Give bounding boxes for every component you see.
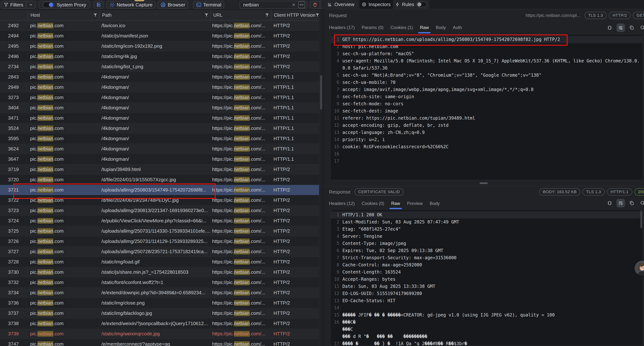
response-view-controls — [606, 199, 644, 207]
table-row[interactable]: 2492pic.netbian.com/favicon.icohttps://p… — [0, 20, 319, 31]
response-raw-view[interactable]: 1HTTP/1.1 200 OK2Last-Modified: Sun, 03 … — [330, 209, 643, 346]
table-row[interactable]: ML3647pic.netbian.com/4kdongman/https://… — [0, 154, 319, 164]
table-row[interactable]: ML3719pic.netbian.com/tupian/39489.htmlh… — [0, 164, 319, 175]
cell-path: /uploads/allimg/250731/114330-1753933410… — [99, 228, 210, 234]
search-box[interactable]: <> — [240, 1, 307, 9]
trash-button[interactable] — [310, 1, 320, 8]
tab-preview[interactable]: Preview — [407, 198, 423, 209]
splitter-handle[interactable] — [480, 182, 488, 184]
tab-rules[interactable]: Rules — [394, 0, 429, 9]
search-icon[interactable] — [638, 199, 644, 207]
table-row[interactable]: ML2949pic.netbian.com/4kdongman/https://… — [0, 82, 319, 92]
tab-raw[interactable]: Raw — [420, 22, 429, 33]
regex-icon[interactable]: <> — [298, 1, 305, 8]
table-row[interactable]: 3723pic.netbian.com/uploads/allimg/23081… — [0, 205, 319, 216]
tab-cookies-0-[interactable]: Cookies (0) — [362, 198, 384, 209]
table-row[interactable]: 3725pic.netbian.com/uploads/allimg/25073… — [0, 226, 319, 236]
line-number: 12 — [331, 290, 339, 297]
system-proxy-toggle[interactable] — [43, 2, 54, 8]
panel-splitter[interactable] — [323, 180, 644, 186]
wrap-lines-button[interactable] — [616, 199, 625, 207]
tab-inspectors[interactable]: Inspectors — [359, 0, 394, 9]
cell-url: https://pic.netbian.com/... — [210, 105, 271, 111]
tab-params-0-[interactable]: Params (0) — [362, 22, 384, 33]
system-proxy-control[interactable]: System Proxy — [39, 1, 90, 9]
table-row[interactable]: 3722pic.netbian.com/d/file/2024/06/19/23… — [0, 195, 319, 205]
table-row[interactable]: 3737pic.netbian.com/static/img/blacklogo… — [0, 308, 319, 319]
table-row[interactable]: ML2843pic.netbian.com/4kdongman/https://… — [0, 72, 319, 82]
tab-auth[interactable]: Auth — [453, 22, 462, 33]
tab-body[interactable]: Body — [436, 22, 446, 33]
hex-view-button[interactable] — [606, 23, 614, 32]
filter-funnel-icon[interactable] — [204, 13, 208, 17]
table-row[interactable]: ML3624pic.netbian.com/4kdongman/https://… — [0, 144, 319, 154]
table-row[interactable]: 2495pic.netbian.com/static/img/icon-192x… — [0, 41, 319, 51]
filters-main[interactable]: Filters — [1, 1, 26, 8]
tab-cookies-1-[interactable]: Cookies (1) — [390, 22, 413, 33]
table-row[interactable]: ML3404pic.netbian.com/4kdongman/https://… — [0, 103, 319, 113]
table-row[interactable]: S3730pic.netbian.com/static/js/share.min… — [0, 267, 319, 277]
panels-button[interactable] — [94, 1, 104, 9]
filter-funnel-icon[interactable] — [93, 13, 97, 17]
table-row[interactable]: 3736pic.netbian.com/static/img/close.png… — [0, 298, 319, 308]
tab-overview[interactable]: Overview — [323, 0, 359, 9]
capture-table[interactable]: 2492pic.netbian.com/favicon.icohttps://p… — [0, 20, 319, 346]
cell-path: /static/img/icon-192x192.png — [99, 43, 210, 49]
network-capture-button[interactable]: Network Capture — [106, 1, 156, 9]
table-row[interactable]: 3727pic.netbian.com/uploads/allimg/25072… — [0, 247, 319, 257]
rules-toggle[interactable] — [416, 1, 427, 7]
filters-button[interactable]: Filters — [1, 1, 36, 9]
scrollbar-thumb[interactable] — [320, 75, 322, 110]
column-header-path[interactable]: Path — [99, 10, 210, 20]
raw-line: 2host: pic.netbian.com — [331, 43, 642, 50]
table-row[interactable]: ML3471pic.netbian.com/4kdongman/https://… — [0, 113, 319, 123]
raw-line: 6sec-ch-ua-mobile: ?0 — [331, 79, 642, 86]
line-number: 2 — [331, 218, 339, 226]
request-raw-view[interactable]: 1GET https://pic.netbian.com/uploads/all… — [330, 34, 643, 180]
table-row[interactable]: 3721pic.netbian.com/uploads/allimg/25080… — [0, 185, 319, 195]
table-row[interactable]: ML3595pic.netbian.com/4kdongman/https://… — [0, 134, 319, 144]
terminal-button[interactable]: Terminal — [193, 1, 224, 9]
tab-body[interactable]: Body — [430, 198, 440, 209]
column-header-host[interactable]: Host — [28, 10, 99, 20]
tab-raw[interactable]: Raw — [391, 198, 400, 209]
cell-url: https://pic.netbian.com/... — [210, 136, 271, 142]
tab-headers-12-[interactable]: Headers (12) — [329, 198, 355, 209]
table-row[interactable]: 3720pic.netbian.com/d/file/2024/01/19/15… — [0, 175, 319, 185]
search-icon[interactable] — [638, 23, 644, 32]
response-scrollbar-thumb[interactable] — [640, 211, 642, 228]
column-header-client-http-version[interactable]: Client HTTP Version — [271, 10, 319, 20]
column-header-url[interactable]: URL — [210, 10, 271, 20]
table-row[interactable]: 3728pic.netbian.com/static/img/load.gifh… — [0, 257, 319, 267]
filter-funnel-icon[interactable] — [265, 13, 269, 17]
table-scrollbar[interactable] — [319, 10, 323, 346]
table-row[interactable]: ML3747pic.netbian.com/e/memberconnect/?a… — [0, 339, 319, 346]
table-row[interactable]: ML3273pic.netbian.com/4kdongman/https://… — [0, 92, 319, 103]
raw-line: 14 — [331, 304, 642, 312]
table-row[interactable]: ML3734pic.netbian.com/e/extend/downpic.p… — [0, 288, 319, 298]
table-row[interactable]: 2734pic.netbian.com/static/img/list_t.pn… — [0, 62, 319, 72]
table-row[interactable]: ML3524pic.netbian.com/4kdongman/https://… — [0, 123, 319, 134]
search-input[interactable] — [243, 2, 292, 8]
toggle-knob — [49, 2, 53, 7]
copy-button[interactable] — [628, 23, 636, 32]
table-row[interactable]: 3726pic.netbian.com/uploads/allimg/25073… — [0, 236, 319, 247]
table-row[interactable]: 3739pic.netbian.com/static/img/weixinqrc… — [0, 329, 319, 339]
browser-button[interactable]: Browser — [158, 1, 188, 9]
table-row[interactable]: 2496pic.netbian.com/static/img/4k.jpghtt… — [0, 51, 319, 62]
filter-funnel-icon[interactable] — [316, 13, 319, 17]
table-row[interactable]: ML3738pic.netbian.com/e/extend/weixin/?j… — [0, 319, 319, 329]
table-row[interactable]: A3732pic.netbian.com/static/font/iconfon… — [0, 277, 319, 288]
table-row[interactable]: ML3724pic.netbian.com/e/public/ViewClick… — [0, 216, 319, 226]
line-number: 11 — [331, 283, 339, 290]
copy-button[interactable] — [628, 199, 636, 207]
table-row[interactable]: ON2494pic.netbian.com/static/js/manifest… — [0, 31, 319, 41]
cell-id: 3727 — [6, 249, 28, 254]
clear-icon[interactable] — [292, 2, 296, 7]
wrap-lines-button[interactable] — [616, 23, 625, 32]
tab-headers-17-[interactable]: Headers (17) — [329, 22, 355, 33]
search-highlight: netbian — [234, 341, 250, 346]
hex-view-button[interactable] — [606, 199, 614, 207]
filters-dropdown[interactable] — [26, 1, 36, 8]
cell-id: 2843 — [6, 74, 28, 80]
